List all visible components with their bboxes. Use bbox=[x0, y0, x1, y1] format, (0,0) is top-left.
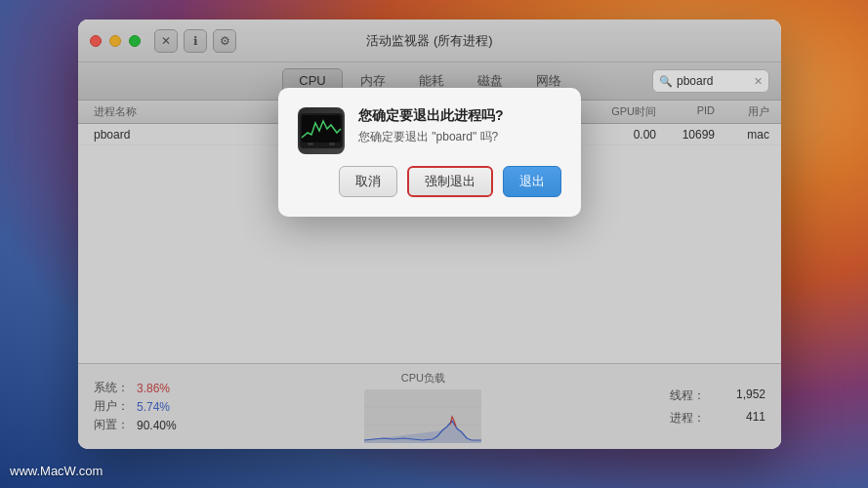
svg-rect-1 bbox=[302, 115, 341, 142]
dialog-text: 您确定要退出此进程吗? 您确定要退出 "pboard" 吗? bbox=[358, 107, 561, 145]
quit-dialog: 您确定要退出此进程吗? 您确定要退出 "pboard" 吗? 取消 强制退出 退… bbox=[278, 88, 581, 217]
quit-button[interactable]: 退出 bbox=[503, 166, 561, 197]
activity-monitor-icon bbox=[300, 113, 343, 148]
dialog-overlay: 您确定要退出此进程吗? 您确定要退出 "pboard" 吗? 取消 强制退出 退… bbox=[78, 20, 781, 449]
force-quit-button[interactable]: 强制退出 bbox=[407, 166, 493, 197]
dialog-buttons: 取消 强制退出 退出 bbox=[298, 166, 561, 197]
cancel-button[interactable]: 取消 bbox=[339, 166, 397, 197]
svg-rect-2 bbox=[308, 142, 313, 145]
dialog-subtitle: 您确定要退出 "pboard" 吗? bbox=[358, 129, 561, 145]
svg-rect-3 bbox=[329, 142, 335, 145]
main-window: ✕ ℹ ⚙ 活动监视器 (所有进程) CPU 内存 能耗 磁盘 网络 🔍 pbo… bbox=[78, 20, 781, 449]
dialog-icon bbox=[298, 107, 345, 154]
watermark: www.MacW.com bbox=[10, 464, 103, 478]
dialog-title: 您确定要退出此进程吗? bbox=[358, 107, 561, 125]
dialog-header: 您确定要退出此进程吗? 您确定要退出 "pboard" 吗? bbox=[298, 107, 561, 154]
